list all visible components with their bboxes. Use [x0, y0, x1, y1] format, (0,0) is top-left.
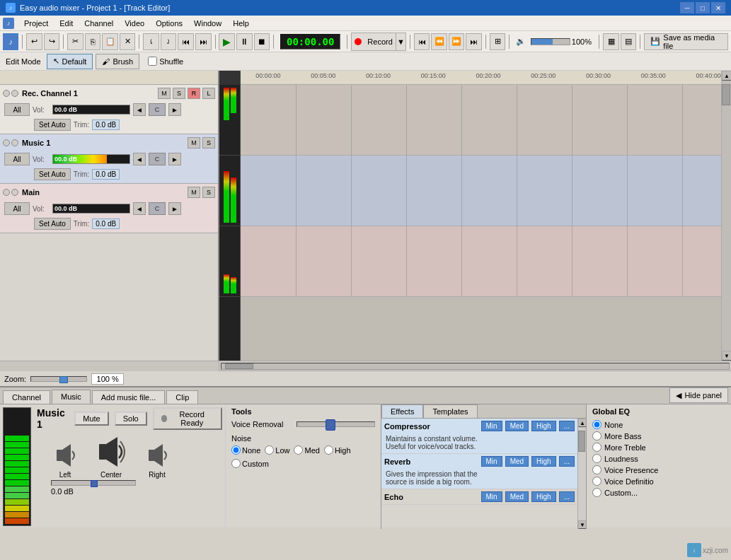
eq-none-radio[interactable]: [592, 420, 602, 429]
track-1-pan-left[interactable]: ◄: [133, 103, 146, 116]
noise-high-option[interactable]: High: [324, 445, 351, 455]
eq-voice-def-option[interactable]: Voice Definitio: [592, 477, 693, 486]
effects-scroll-track[interactable]: [578, 427, 586, 520]
noise-med-option[interactable]: Med: [294, 445, 319, 455]
h-scroll-track[interactable]: [221, 363, 730, 370]
track-3-m-btn[interactable]: M: [188, 187, 200, 198]
track-1-toggle1[interactable]: [3, 90, 10, 97]
echo-min-btn[interactable]: Min: [481, 491, 502, 502]
effects-scroll-down[interactable]: ▼: [578, 520, 586, 529]
copy-button[interactable]: ⎘: [85, 33, 101, 50]
menu-window[interactable]: Window: [188, 16, 227, 31]
pan-thumb[interactable]: [91, 480, 98, 487]
track-3-content[interactable]: [241, 226, 721, 297]
zoom-thumb[interactable]: [59, 376, 68, 383]
track-2-m-btn[interactable]: M: [188, 137, 200, 148]
noise-low-option[interactable]: Low: [265, 445, 289, 455]
compressor-med-btn[interactable]: Med: [505, 421, 529, 431]
v-scroll-thumb[interactable]: [722, 84, 730, 105]
track-2-pan-left[interactable]: ◄: [133, 153, 146, 165]
track-2-s-btn[interactable]: S: [202, 137, 215, 148]
scroll-up-btn[interactable]: ▲: [722, 71, 731, 81]
echo-more-btn[interactable]: ...: [559, 491, 575, 502]
eq-custom-option[interactable]: Custom...: [592, 488, 693, 497]
eq-voice-presence-option[interactable]: Voice Presence: [592, 465, 693, 474]
track-3-pan-knob[interactable]: C: [149, 202, 166, 215]
track-1-l-btn[interactable]: L: [202, 88, 215, 99]
track-1-all-btn[interactable]: All: [4, 103, 30, 116]
eq-more-treble-option[interactable]: More Treble: [592, 443, 693, 452]
eq-voice-def-radio[interactable]: [592, 477, 602, 486]
track-1-toggle2[interactable]: [11, 90, 18, 97]
eq-voice-presence-radio[interactable]: [592, 465, 602, 474]
track-3-pan-right[interactable]: ►: [168, 202, 181, 215]
track-3-setauto-btn[interactable]: Set Auto: [34, 218, 71, 230]
stop-button[interactable]: ⏹: [254, 33, 270, 50]
import-button[interactable]: ⤹: [143, 33, 159, 50]
track-2-toggle2[interactable]: [11, 139, 18, 146]
track-3-toggle1[interactable]: [3, 189, 10, 196]
compressor-more-btn[interactable]: ...: [559, 421, 575, 431]
voice-removal-slider[interactable]: [297, 421, 375, 427]
tab-clip[interactable]: Clip: [166, 390, 198, 404]
effects-tab[interactable]: Effects: [381, 404, 423, 418]
reverb-more-btn[interactable]: ...: [559, 456, 575, 467]
reverb-high-btn[interactable]: High: [531, 456, 556, 467]
v-scrollbar[interactable]: ▲ ▼: [721, 71, 731, 361]
track-1-pan-right[interactable]: ►: [168, 103, 181, 116]
minimize-button[interactable]: ─: [680, 2, 694, 13]
effects-scroll-thumb[interactable]: [578, 431, 585, 452]
eq-more-bass-option[interactable]: More Bass: [592, 431, 693, 441]
effects-scroll-up[interactable]: ▲: [578, 419, 586, 427]
tab-add-music[interactable]: Add music file...: [92, 390, 166, 404]
track-2-pan-knob[interactable]: C: [149, 153, 166, 165]
track-2-all-btn[interactable]: All: [4, 153, 30, 165]
view-btn1[interactable]: ▦: [603, 33, 619, 50]
step-fwd-button[interactable]: ⏩: [449, 33, 465, 50]
effects-scrollbar[interactable]: ▲ ▼: [577, 419, 586, 529]
track-1-pan-knob[interactable]: C: [149, 103, 166, 116]
eq-custom-radio[interactable]: [592, 488, 602, 497]
eq-more-treble-radio[interactable]: [592, 443, 602, 452]
tab-music[interactable]: Music: [52, 390, 91, 404]
volume-slider[interactable]: [531, 38, 570, 45]
menu-options[interactable]: Options: [150, 16, 188, 31]
eq-loudness-option[interactable]: Loudness: [592, 454, 693, 463]
view-btn2[interactable]: ▤: [621, 33, 637, 50]
maximize-button[interactable]: □: [696, 2, 710, 13]
track-3-s-btn[interactable]: S: [202, 187, 215, 198]
delete-button[interactable]: ✕: [120, 33, 136, 50]
menu-project[interactable]: Project: [18, 16, 54, 31]
echo-high-btn[interactable]: High: [531, 491, 556, 502]
cut-button[interactable]: ✂: [67, 33, 84, 50]
compressor-min-btn[interactable]: Min: [481, 421, 502, 431]
track-1-setauto-btn[interactable]: Set Auto: [34, 119, 71, 131]
save-media-button[interactable]: 💾 Save as media file: [644, 33, 728, 50]
noise-high-radio[interactable]: [324, 445, 333, 455]
noise-none-option[interactable]: None: [231, 445, 260, 455]
track-3-all-btn[interactable]: All: [4, 202, 30, 215]
record-btn-group[interactable]: Record ▼: [351, 33, 405, 51]
noise-low-radio[interactable]: [265, 445, 274, 455]
brush-mode-button[interactable]: 🖌 Brush: [96, 54, 139, 69]
track-1-m-btn[interactable]: M: [158, 88, 171, 99]
track-2-setauto-btn[interactable]: Set Auto: [34, 168, 71, 180]
pause-button[interactable]: ⏸: [236, 33, 253, 50]
prev-button[interactable]: ⏮: [178, 33, 194, 50]
compressor-high-btn[interactable]: High: [531, 421, 556, 431]
track-1-s-btn[interactable]: S: [173, 88, 185, 99]
pan-slider[interactable]: [51, 480, 136, 486]
reverb-min-btn[interactable]: Min: [481, 456, 502, 467]
skip-end-button[interactable]: ⏭: [466, 33, 482, 50]
close-button[interactable]: ✕: [711, 2, 725, 13]
track-2-toggle1[interactable]: [3, 139, 10, 146]
menu-channel[interactable]: Channel: [79, 16, 119, 31]
voice-removal-thumb[interactable]: [326, 419, 335, 431]
menu-video[interactable]: Video: [119, 16, 150, 31]
echo-med-btn[interactable]: Med: [505, 491, 529, 502]
track-2-content[interactable]: [241, 156, 721, 226]
eq-loudness-radio[interactable]: [592, 454, 602, 463]
hide-panel-button[interactable]: ◀ Hide panel: [669, 387, 728, 403]
noise-med-radio[interactable]: [294, 445, 303, 455]
track-3-pan-left[interactable]: ◄: [133, 202, 146, 215]
